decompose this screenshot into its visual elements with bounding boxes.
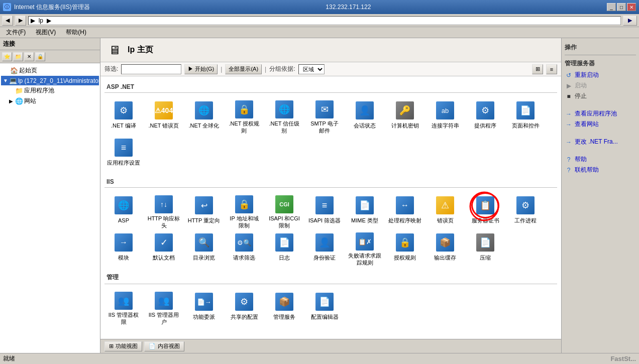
icon-http-response[interactable]: ↑↓ HTTP 响应标头 <box>145 192 183 227</box>
icon-asp[interactable]: 🌐 ASP <box>104 192 143 227</box>
req-filter-ico: ⚙🔍 <box>235 233 253 252</box>
bottom-bar: ⊞ 功能视图 📄 内容视图 <box>100 339 561 353</box>
asp-ico: 🌐 <box>115 196 133 214</box>
icon-auth[interactable]: 👤 身份验证 <box>305 229 344 264</box>
content-view-label: 内容视图 <box>158 342 180 350</box>
title-bar: ⓘ Internet 信息服务(IIS)管理器 132.232.171.122 … <box>0 0 639 14</box>
action-help[interactable]: ? 帮助 <box>565 154 636 165</box>
icon-net-trust[interactable]: 🌐 .NET 信任级别 <box>265 97 303 132</box>
restore-button[interactable]: □ <box>617 3 626 11</box>
action-change-net[interactable]: → 更改 .NET Fra... <box>565 137 636 147</box>
icon-compress[interactable]: 📄 压缩 <box>466 229 504 264</box>
content-view-button[interactable]: 📄 内容视图 <box>144 341 184 351</box>
icon-feature-delegate[interactable]: 📄→ 功能委派 <box>185 288 223 323</box>
stop-icon: ■ <box>565 92 573 100</box>
ip-restrict-ico: 🔒 <box>235 195 253 213</box>
change-net-icon: → <box>565 138 573 146</box>
sidebar-toolbar: ⭐ 📁 ✕ 🔒 <box>0 50 100 63</box>
icon-handler[interactable]: ↔ 处理程序映射 <box>386 192 424 227</box>
action-restart[interactable]: ↺ 重新启动 <box>565 70 636 80</box>
tree-item-sites[interactable]: ▶ 🌐 网站 <box>1 96 99 106</box>
icon-pages[interactable]: 📄 页面和控件 <box>506 97 545 132</box>
icon-machinekey[interactable]: 🔑 计算机密钥 <box>386 97 424 132</box>
icon-isapi-filter[interactable]: ≡ ISAPI 筛选器 <box>305 192 344 227</box>
providers-label: 提供程序 <box>474 122 496 129</box>
server-cert-img: 📋 <box>475 195 495 215</box>
icon-error-pages[interactable]: ⚠ 错误页 <box>426 192 464 227</box>
icon-default-doc[interactable]: ✓ 默认文档 <box>145 229 183 264</box>
filter-label: 筛选: <box>104 65 118 73</box>
close-button[interactable]: ✕ <box>627 3 636 11</box>
icon-net-error[interactable]: ⚠404 .NET 错误页 <box>145 97 183 132</box>
sidebar-btn-1[interactable]: ⭐ <box>2 52 12 61</box>
icon-smtp[interactable]: ✉ SMTP 电子邮件 <box>305 97 344 132</box>
help-label: 帮助 <box>575 155 587 164</box>
action-view-apppools[interactable]: → 查看应用程序池 <box>565 108 636 119</box>
icon-worker[interactable]: ⚙ 工作进程 <box>506 192 545 227</box>
icon-net-compile[interactable]: ⚙ .NET 编译 <box>104 97 143 132</box>
tree-item-lp[interactable]: ▼ 💻 lp (172_27_0_11\Administrator) <box>1 76 99 85</box>
icon-appsettings[interactable]: ≡ 应用程序设置 <box>104 134 143 169</box>
action-view-sites[interactable]: → 查看网站 <box>565 119 636 130</box>
icon-isapi-cgi[interactable]: CGI ISAPI 和CGI 限制 <box>265 192 303 227</box>
icon-shared-config[interactable]: ⚙ 共享的配置 <box>225 288 263 323</box>
menu-view[interactable]: 视图(V) <box>32 27 60 38</box>
start-filter-button[interactable]: ▶ 开始(G) <box>184 64 218 74</box>
action-stop[interactable]: ■ 停止 <box>565 91 636 101</box>
menu-file[interactable]: 文件(F) <box>2 27 30 38</box>
compress-ico: 📄 <box>476 233 494 252</box>
icon-ip-restrict[interactable]: 🔒 IP 地址和域限制 <box>225 192 263 227</box>
asp-label: ASP <box>118 217 129 224</box>
view-apppools-icon: → <box>565 110 573 118</box>
icon-authz[interactable]: 🔒 授权规则 <box>386 229 424 264</box>
icon-iis-mgr-perms[interactable]: 👥 IIS 管理器权限 <box>104 288 143 323</box>
feature-view-button[interactable]: ⊞ 功能视图 <box>104 341 142 351</box>
icon-dir-browse[interactable]: 🔍 目录浏览 <box>185 229 223 264</box>
icon-http-redirect[interactable]: ↩ HTTP 重定向 <box>185 192 223 227</box>
go-button[interactable]: ▶ <box>623 16 637 26</box>
view-list-btn[interactable]: ≡ <box>546 64 557 74</box>
net-compile-ico: ⚙ <box>115 101 133 119</box>
failed-req-label: 失败请求求跟踪规则 <box>348 252 381 267</box>
icon-net-global[interactable]: 🌐 .NET 全球化 <box>185 97 223 132</box>
minimize-button[interactable]: _ <box>607 3 616 11</box>
iis-mgr-perms-img: 👥 <box>114 292 134 310</box>
content-view-icon: 📄 <box>149 343 156 349</box>
net-global-label: .NET 全球化 <box>189 122 220 129</box>
icon-logging[interactable]: 📄 日志 <box>265 229 303 264</box>
icon-output-cache[interactable]: 📦 输出缓存 <box>426 229 464 264</box>
icon-iis-mgr-users[interactable]: 👥 IIS 管理器用户 <box>145 288 183 323</box>
icon-mime[interactable]: 📄 MIME 类型 <box>346 192 384 227</box>
show-all-button[interactable]: 全部显示(A) <box>225 64 262 74</box>
icon-server-cert[interactable]: 📋 服务器证书 <box>466 192 504 227</box>
compress-label: 压缩 <box>480 254 491 261</box>
forward-button[interactable]: ▶ <box>15 16 26 26</box>
menu-help[interactable]: 帮助(H) <box>62 27 90 38</box>
icon-connstr[interactable]: ab 连接字符串 <box>426 97 464 132</box>
tree-item-start[interactable]: 🏠 起始页 <box>1 65 99 76</box>
sidebar: 连接 ⭐ 📁 ✕ 🔒 🏠 起始页 ▼ 💻 lp (172_27_0_11\Adm… <box>0 38 100 353</box>
icon-providers[interactable]: ⚙ 提供程序 <box>466 97 504 132</box>
content-header: 🖥 lp 主页 <box>100 38 561 62</box>
online-help-icon: ? <box>565 166 573 174</box>
icon-net-authz[interactable]: 🔒 .NET 授权规则 <box>225 97 263 132</box>
icon-config-editor[interactable]: 📄 配置编辑器 <box>305 288 344 323</box>
title-bar-left: ⓘ Internet 信息服务(IIS)管理器 <box>3 3 90 12</box>
icon-modules[interactable]: → 模块 <box>104 229 143 264</box>
icon-mgmt-service[interactable]: 📦 管理服务 <box>265 288 303 323</box>
icon-failed-req[interactable]: 📋✗ 失败请求求跟踪规则 <box>346 229 384 264</box>
view-icon-btn[interactable]: ⊞ <box>532 64 543 74</box>
tree-item-apppools[interactable]: 📁 应用程序池 <box>1 85 99 96</box>
output-cache-label: 输出缓存 <box>434 254 456 261</box>
icon-req-filter[interactable]: ⚙🔍 请求筛选 <box>225 229 263 264</box>
sidebar-btn-3[interactable]: ✕ <box>24 52 34 61</box>
back-button[interactable]: ◀ <box>2 16 13 26</box>
sidebar-btn-2[interactable]: 📁 <box>13 52 23 61</box>
group-by-select[interactable]: 区域 <box>298 64 325 74</box>
filter-input[interactable] <box>121 64 181 74</box>
icon-session[interactable]: 👤 会话状态 <box>346 97 384 132</box>
auth-label: 身份验证 <box>313 254 336 261</box>
address-input[interactable] <box>28 16 621 25</box>
action-online-help[interactable]: ? 联机帮助 <box>565 165 636 175</box>
sidebar-btn-4[interactable]: 🔒 <box>35 52 45 61</box>
